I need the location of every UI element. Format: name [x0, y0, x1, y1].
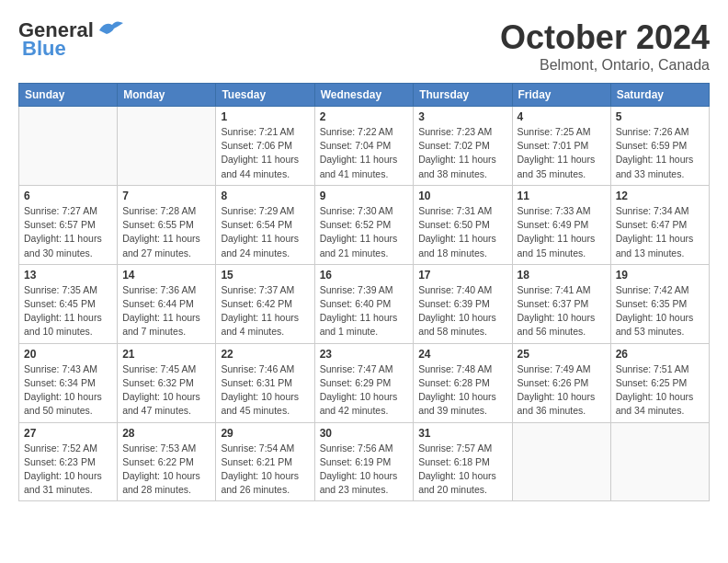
- day-number: 29: [221, 427, 309, 440]
- day-info: Sunrise: 7:26 AMSunset: 6:59 PMDaylight:…: [616, 125, 704, 181]
- table-row: 30Sunrise: 7:56 AMSunset: 6:19 PMDayligh…: [314, 422, 414, 501]
- col-monday: Monday: [118, 84, 216, 107]
- table-row: 10Sunrise: 7:31 AMSunset: 6:50 PMDayligh…: [414, 185, 512, 264]
- table-row: 26Sunrise: 7:51 AMSunset: 6:25 PMDayligh…: [610, 343, 709, 422]
- day-info: Sunrise: 7:54 AMSunset: 6:21 PMDaylight:…: [221, 442, 309, 498]
- day-info: Sunrise: 7:48 AMSunset: 6:28 PMDaylight:…: [418, 362, 506, 419]
- day-info: Sunrise: 7:41 AMSunset: 6:37 PMDaylight:…: [518, 283, 606, 339]
- day-info: Sunrise: 7:36 AMSunset: 6:44 PMDaylight:…: [122, 283, 210, 339]
- day-number: 1: [221, 110, 309, 123]
- day-number: 5: [616, 110, 704, 123]
- day-number: 8: [221, 190, 309, 202]
- table-row: 23Sunrise: 7:47 AMSunset: 6:29 PMDayligh…: [314, 343, 414, 422]
- day-info: Sunrise: 7:53 AMSunset: 6:22 PMDaylight:…: [122, 442, 210, 498]
- day-number: 21: [122, 348, 210, 361]
- day-info: Sunrise: 7:21 AMSunset: 7:06 PMDaylight:…: [221, 125, 309, 181]
- day-info: Sunrise: 7:56 AMSunset: 6:19 PMDaylight:…: [320, 442, 409, 498]
- day-number: 26: [616, 348, 704, 361]
- table-row: 16Sunrise: 7:39 AMSunset: 6:40 PMDayligh…: [314, 264, 414, 343]
- day-info: Sunrise: 7:45 AMSunset: 6:32 PMDaylight:…: [122, 362, 210, 419]
- table-row: 5Sunrise: 7:26 AMSunset: 6:59 PMDaylight…: [610, 107, 709, 186]
- day-info: Sunrise: 7:42 AMSunset: 6:35 PMDaylight:…: [616, 283, 704, 339]
- table-row: 20Sunrise: 7:43 AMSunset: 6:34 PMDayligh…: [19, 343, 118, 422]
- table-row: 3Sunrise: 7:23 AMSunset: 7:02 PMDaylight…: [414, 107, 512, 186]
- col-thursday: Thursday: [414, 84, 512, 107]
- day-info: Sunrise: 7:31 AMSunset: 6:50 PMDaylight:…: [418, 204, 506, 260]
- table-row: 25Sunrise: 7:49 AMSunset: 6:26 PMDayligh…: [512, 343, 610, 422]
- logo-blue: Blue: [22, 37, 66, 61]
- table-row: [512, 422, 610, 501]
- table-row: 24Sunrise: 7:48 AMSunset: 6:28 PMDayligh…: [414, 343, 512, 422]
- day-number: 24: [418, 348, 506, 361]
- col-wednesday: Wednesday: [314, 84, 414, 107]
- table-row: 4Sunrise: 7:25 AMSunset: 7:01 PMDaylight…: [512, 107, 610, 186]
- day-info: Sunrise: 7:43 AMSunset: 6:34 PMDaylight:…: [24, 362, 112, 419]
- title-block: October 2024 Belmont, Ontario, Canada: [500, 18, 710, 74]
- day-number: 12: [616, 190, 704, 202]
- day-info: Sunrise: 7:39 AMSunset: 6:40 PMDaylight:…: [320, 283, 409, 339]
- day-info: Sunrise: 7:37 AMSunset: 6:42 PMDaylight:…: [221, 283, 309, 339]
- day-number: 6: [24, 190, 112, 202]
- day-info: Sunrise: 7:33 AMSunset: 6:49 PMDaylight:…: [518, 204, 606, 260]
- table-row: 31Sunrise: 7:57 AMSunset: 6:18 PMDayligh…: [414, 422, 512, 501]
- day-number: 28: [122, 427, 210, 440]
- logo-bird-icon: [96, 19, 125, 38]
- table-row: [610, 422, 709, 501]
- day-number: 9: [320, 190, 409, 202]
- calendar-header-row: Sunday Monday Tuesday Wednesday Thursday…: [19, 84, 710, 107]
- table-row: 1Sunrise: 7:21 AMSunset: 7:06 PMDaylight…: [216, 107, 314, 186]
- day-info: Sunrise: 7:57 AMSunset: 6:18 PMDaylight:…: [418, 442, 506, 498]
- day-info: Sunrise: 7:49 AMSunset: 6:26 PMDaylight:…: [518, 362, 606, 419]
- table-row: [19, 107, 118, 186]
- day-info: Sunrise: 7:28 AMSunset: 6:55 PMDaylight:…: [122, 204, 210, 260]
- day-number: 25: [518, 348, 606, 361]
- table-row: 15Sunrise: 7:37 AMSunset: 6:42 PMDayligh…: [216, 264, 314, 343]
- day-info: Sunrise: 7:51 AMSunset: 6:25 PMDaylight:…: [616, 362, 704, 419]
- table-row: 29Sunrise: 7:54 AMSunset: 6:21 PMDayligh…: [216, 422, 314, 501]
- col-sunday: Sunday: [19, 84, 118, 107]
- table-row: 6Sunrise: 7:27 AMSunset: 6:57 PMDaylight…: [19, 185, 118, 264]
- day-info: Sunrise: 7:27 AMSunset: 6:57 PMDaylight:…: [24, 204, 112, 260]
- table-row: 19Sunrise: 7:42 AMSunset: 6:35 PMDayligh…: [610, 264, 709, 343]
- table-row: [118, 107, 216, 186]
- day-number: 14: [122, 269, 210, 282]
- table-row: 22Sunrise: 7:46 AMSunset: 6:31 PMDayligh…: [216, 343, 314, 422]
- day-number: 15: [221, 269, 309, 282]
- col-tuesday: Tuesday: [216, 84, 314, 107]
- calendar-table: Sunday Monday Tuesday Wednesday Thursday…: [18, 83, 710, 501]
- day-info: Sunrise: 7:52 AMSunset: 6:23 PMDaylight:…: [24, 442, 112, 498]
- day-number: 2: [320, 110, 409, 123]
- day-number: 30: [320, 427, 409, 440]
- page-header: General Blue October 2024 Belmont, Ontar…: [18, 18, 710, 74]
- day-number: 31: [418, 427, 506, 440]
- logo: General Blue: [18, 18, 125, 61]
- day-number: 18: [518, 269, 606, 282]
- day-number: 13: [24, 269, 112, 282]
- day-number: 11: [518, 190, 606, 202]
- day-info: Sunrise: 7:34 AMSunset: 6:47 PMDaylight:…: [616, 204, 704, 260]
- day-info: Sunrise: 7:30 AMSunset: 6:52 PMDaylight:…: [320, 204, 409, 260]
- month-title: October 2024: [500, 18, 710, 57]
- table-row: 7Sunrise: 7:28 AMSunset: 6:55 PMDaylight…: [118, 185, 216, 264]
- table-row: 2Sunrise: 7:22 AMSunset: 7:04 PMDaylight…: [314, 107, 414, 186]
- calendar-week-row: 27Sunrise: 7:52 AMSunset: 6:23 PMDayligh…: [19, 422, 710, 501]
- table-row: 8Sunrise: 7:29 AMSunset: 6:54 PMDaylight…: [216, 185, 314, 264]
- table-row: 18Sunrise: 7:41 AMSunset: 6:37 PMDayligh…: [512, 264, 610, 343]
- calendar-week-row: 1Sunrise: 7:21 AMSunset: 7:06 PMDaylight…: [19, 107, 710, 186]
- table-row: 11Sunrise: 7:33 AMSunset: 6:49 PMDayligh…: [512, 185, 610, 264]
- day-info: Sunrise: 7:40 AMSunset: 6:39 PMDaylight:…: [418, 283, 506, 339]
- table-row: 12Sunrise: 7:34 AMSunset: 6:47 PMDayligh…: [610, 185, 709, 264]
- day-number: 17: [418, 269, 506, 282]
- day-number: 3: [418, 110, 506, 123]
- day-info: Sunrise: 7:23 AMSunset: 7:02 PMDaylight:…: [418, 125, 506, 181]
- table-row: 13Sunrise: 7:35 AMSunset: 6:45 PMDayligh…: [19, 264, 118, 343]
- day-number: 19: [616, 269, 704, 282]
- calendar-week-row: 13Sunrise: 7:35 AMSunset: 6:45 PMDayligh…: [19, 264, 710, 343]
- day-info: Sunrise: 7:46 AMSunset: 6:31 PMDaylight:…: [221, 362, 309, 419]
- day-info: Sunrise: 7:35 AMSunset: 6:45 PMDaylight:…: [24, 283, 112, 339]
- day-number: 4: [518, 110, 606, 123]
- day-number: 10: [418, 190, 506, 202]
- day-info: Sunrise: 7:25 AMSunset: 7:01 PMDaylight:…: [518, 125, 606, 181]
- col-friday: Friday: [512, 84, 610, 107]
- col-saturday: Saturday: [610, 84, 709, 107]
